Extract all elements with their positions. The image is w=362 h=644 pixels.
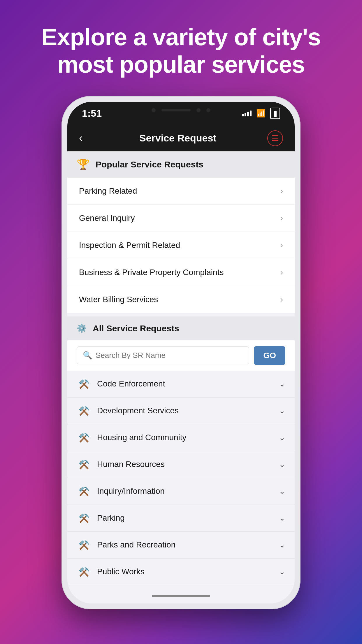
category-label-parking: Parking	[97, 513, 273, 523]
popular-item-parking[interactable]: Parking Related ›	[67, 178, 295, 205]
nav-bar: ‹ Service Request	[67, 125, 295, 151]
category-human-resources[interactable]: ⚒️ Human Resources ⌄	[67, 451, 295, 478]
category-label-hr: Human Resources	[97, 460, 273, 469]
back-button[interactable]: ‹	[79, 132, 83, 144]
hamburger-line-1	[272, 135, 278, 136]
chevron-down-icon: ⌄	[279, 433, 285, 442]
chevron-down-icon: ⌄	[279, 540, 285, 550]
category-code-enforcement[interactable]: ⚒️ Code Enforcement ⌄	[67, 371, 295, 398]
hamburger-line-3	[272, 140, 278, 141]
category-label-code: Code Enforcement	[97, 379, 273, 388]
nav-title: Service Request	[89, 132, 267, 144]
wrench-cross-icon: ⚙️	[77, 323, 87, 333]
hamburger-line-2	[272, 138, 278, 139]
popular-icon: 🏆	[77, 158, 90, 171]
popular-item-general-label: General Inquiry	[79, 214, 135, 223]
category-development[interactable]: ⚒️ Development Services ⌄	[67, 398, 295, 424]
popular-item-inspection-label: Inspection & Permit Related	[79, 241, 180, 250]
popular-item-general[interactable]: General Inquiry ›	[67, 205, 295, 232]
phone-frame: 1:51 📶 ▮ ‹ Service Request	[61, 96, 301, 609]
chevron-right-icon: ›	[280, 214, 283, 223]
signal-icon	[242, 111, 252, 116]
chevron-right-icon: ›	[280, 268, 283, 277]
home-bar	[152, 595, 210, 597]
category-label-inquiry: Inquiry/Information	[97, 487, 273, 496]
wifi-icon: 📶	[256, 109, 266, 118]
signal-bar-2	[245, 113, 246, 116]
signal-bar-3	[247, 112, 249, 116]
search-icon: 🔍	[83, 351, 92, 360]
battery-icon: ▮	[270, 108, 280, 119]
category-icon-dev: ⚒️	[77, 406, 91, 416]
category-label-dev: Development Services	[97, 406, 273, 415]
all-services-title: All Service Requests	[93, 323, 179, 333]
popular-list: Parking Related › General Inquiry › Insp…	[67, 178, 295, 313]
notch	[140, 102, 222, 119]
chevron-right-icon: ›	[280, 241, 283, 250]
category-label-housing: Housing and Community	[97, 433, 273, 442]
signal-bar-1	[242, 114, 244, 116]
category-icon-code: ⚒️	[77, 379, 91, 389]
category-icon-inquiry: ⚒️	[77, 486, 91, 496]
phone-screen: 1:51 📶 ▮ ‹ Service Request	[67, 102, 295, 603]
chevron-down-icon: ⌄	[279, 379, 285, 388]
category-utilities[interactable]: ⚒️ Utilities ⌄	[67, 585, 295, 589]
popular-item-parking-label: Parking Related	[79, 186, 137, 196]
category-icon-housing: ⚒️	[77, 433, 91, 443]
status-icons: 📶 ▮	[242, 108, 280, 119]
popular-item-business[interactable]: Business & Private Property Complaints ›	[67, 259, 295, 286]
search-area: 🔍 GO	[67, 340, 295, 371]
notch-dot-2	[196, 108, 201, 112]
notch-dot-3	[206, 108, 210, 112]
hamburger-icon	[272, 135, 278, 141]
category-icon-public-works: ⚒️	[77, 567, 91, 577]
notch-dot-1	[152, 108, 156, 112]
signal-bar-4	[250, 111, 252, 116]
chevron-down-icon: ⌄	[279, 406, 285, 415]
category-icon-parking: ⚒️	[77, 513, 91, 523]
popular-item-water[interactable]: Water Billing Services ›	[67, 286, 295, 313]
category-label-public-works: Public Works	[97, 567, 273, 576]
hero-title: Explore a variety of city's most popular…	[0, 23, 362, 78]
category-parking[interactable]: ⚒️ Parking ⌄	[67, 505, 295, 532]
chevron-down-icon: ⌄	[279, 567, 285, 576]
popular-item-business-label: Business & Private Property Complaints	[79, 268, 224, 277]
notch-line	[161, 109, 191, 111]
category-inquiry[interactable]: ⚒️ Inquiry/Information ⌄	[67, 478, 295, 505]
popular-section-header: 🏆 Popular Service Requests	[67, 151, 295, 178]
chevron-down-icon: ⌄	[279, 514, 285, 523]
content-area: 🏆 Popular Service Requests Parking Relat…	[67, 151, 295, 589]
popular-title: Popular Service Requests	[96, 160, 203, 169]
category-label-parks: Parks and Recreation	[97, 540, 273, 550]
category-icon-parks: ⚒️	[77, 540, 91, 550]
category-list: ⚒️ Code Enforcement ⌄ ⚒️ Development Ser…	[67, 371, 295, 589]
status-time: 1:51	[82, 108, 102, 119]
category-housing[interactable]: ⚒️ Housing and Community ⌄	[67, 424, 295, 451]
search-wrapper[interactable]: 🔍	[77, 346, 249, 364]
chevron-down-icon: ⌄	[279, 487, 285, 496]
popular-item-inspection[interactable]: Inspection & Permit Related ›	[67, 232, 295, 259]
search-input[interactable]	[96, 351, 243, 360]
category-public-works[interactable]: ⚒️ Public Works ⌄	[67, 559, 295, 585]
chevron-down-icon: ⌄	[279, 460, 285, 469]
chevron-right-icon: ›	[280, 295, 283, 304]
popular-item-water-label: Water Billing Services	[79, 295, 158, 304]
menu-button[interactable]	[267, 130, 283, 146]
category-parks[interactable]: ⚒️ Parks and Recreation ⌄	[67, 532, 295, 559]
go-button[interactable]: GO	[254, 346, 285, 365]
category-icon-hr: ⚒️	[77, 459, 91, 470]
chevron-right-icon: ›	[280, 186, 283, 196]
home-indicator	[67, 589, 295, 603]
all-services-header: ⚙️ All Service Requests	[67, 316, 295, 340]
